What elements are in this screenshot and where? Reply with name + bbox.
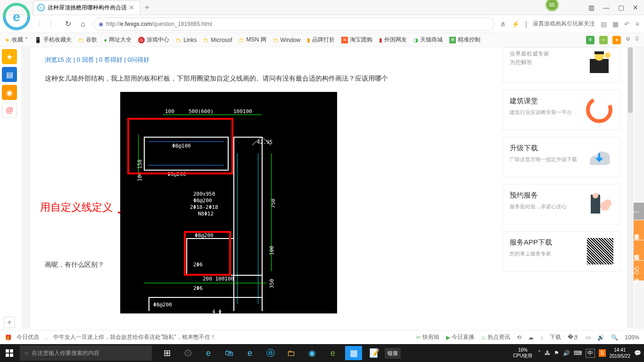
task-view-icon[interactable]: ⊞ (157, 344, 177, 362)
cpu-meter[interactable]: 16%CPU使用 (511, 347, 534, 359)
dock-at-icon[interactable]: @ (2, 103, 17, 118)
ime-indicator[interactable]: 中 (586, 349, 595, 358)
scroll-thumb[interactable] (628, 47, 633, 113)
ext-green-icon[interactable]: ¥ (586, 36, 594, 44)
dock-news-icon[interactable]: ▤ (2, 67, 17, 82)
expand-icon[interactable]: ⟱ (626, 36, 630, 44)
card-expert[interactable]: 业界最权威专家 为您解答 (503, 47, 620, 83)
ext-green2-icon[interactable]: ▪ (599, 36, 608, 44)
share-icon[interactable]: ⋔ (500, 20, 506, 28)
cortana-icon: ○ (25, 350, 28, 356)
bm-precise[interactable]: 精精准控制 (449, 36, 480, 44)
new-tab-button[interactable]: + (140, 3, 154, 12)
close-window-icon[interactable]: ✕ (633, 4, 638, 11)
forward-button[interactable]: 〉 (48, 19, 58, 29)
task-edge-icon[interactable]: e (198, 344, 219, 362)
dock-weibo-icon[interactable]: ◉ (2, 85, 17, 100)
task-360-icon[interactable]: e (322, 344, 343, 362)
i4-icon[interactable]: �き (568, 333, 579, 341)
task-ie-icon[interactable]: e (239, 344, 260, 362)
bm-mobile[interactable]: 📱手机收藏夹 (34, 36, 72, 44)
minimize-icon[interactable]: — (603, 4, 610, 11)
tab-close-icon[interactable]: ✕ (127, 4, 136, 11)
i3-icon[interactable]: ↓ (540, 334, 543, 341)
i2-icon[interactable]: ☁ (528, 334, 534, 341)
bm-window[interactable]: 🗀Window (273, 37, 301, 43)
card-class[interactable]: 建筑课堂建筑行业实训教学第一平台 (503, 90, 620, 130)
notification-icon[interactable]: 💬 (634, 350, 641, 356)
info-zoom: 105% (625, 334, 639, 341)
news-ticker[interactable]: 中年女人一旦迷上你，就会故意给你看这处"隐私"，根本憋不住！ (53, 333, 216, 341)
bm-taobao[interactable]: 淘淘宝团购 (341, 36, 372, 44)
ext2-icon[interactable]: ▦ (612, 20, 619, 28)
card-download[interactable]: 升级下载广联达官方唯一指定升级下载 (503, 137, 620, 177)
bm-brand[interactable]: ▮品牌打折 (307, 36, 335, 44)
highlight-box-top (127, 118, 233, 174)
browser-tab[interactable]: e 这种屋顶挑檐用哪种构件画合适 ✕ (33, 0, 140, 15)
card-app[interactable]: 服务APP下载您的掌上服务专家 (503, 231, 620, 272)
info-hot[interactable]: ♨热点资讯 (481, 333, 510, 341)
dock-star-icon[interactable]: ★ (2, 49, 17, 64)
info-clip[interactable]: ✄快剪辑 (416, 333, 439, 341)
task-link-label[interactable]: 链接 (385, 348, 401, 359)
headline-text[interactable]: 逼真游戏画风引玩家关注 (533, 20, 595, 28)
start-button[interactable] (0, 344, 19, 362)
taskbar-clock[interactable]: 14:412018/5/22 (610, 347, 631, 359)
svg-rect-15 (10, 349, 13, 353)
i5-icon[interactable]: ▭ (586, 334, 591, 341)
folder-icon: 🗀 (273, 37, 279, 43)
back-button[interactable]: 〈 (33, 19, 42, 29)
tray-vol-icon[interactable]: 🔊 (563, 350, 570, 356)
bm-links[interactable]: 🗀Links (176, 37, 197, 43)
bm-foreign[interactable]: ▮外国网友 (379, 36, 407, 44)
task-note-icon[interactable]: 📝 (364, 344, 385, 362)
browser-logo-icon[interactable]: e (2, 2, 31, 31)
red-annotation: 用自定义线定义 (40, 200, 113, 214)
i6-icon[interactable]: 🔊 (597, 334, 604, 341)
phone-icon: 📱 (34, 37, 41, 43)
menu-icon[interactable]: ▥ (588, 4, 594, 11)
ext1-icon[interactable]: ▤ (601, 20, 607, 28)
i1-icon[interactable]: ⟲ (517, 334, 521, 341)
ext-orange-icon[interactable]: ▾ (612, 36, 621, 44)
bm-google[interactable]: 🗀谷歌 (78, 36, 97, 44)
bm-tmall[interactable]: ◑天猫商城 (413, 36, 443, 44)
task-explorer-icon[interactable]: 🗀 (281, 344, 302, 362)
site-icon: ● (104, 37, 107, 43)
menu-bars-icon[interactable]: ≡ (636, 20, 639, 28)
tray-up-icon[interactable]: ˄ (538, 350, 541, 356)
taskbar-search[interactable]: ○在这里输入你要搜索的内容 (20, 346, 152, 361)
task-ie2-icon[interactable]: ⓔ (260, 344, 281, 362)
bm-fav[interactable]: 收藏 (12, 36, 23, 44)
tab-title: 这种屋顶挑檐用哪种构件画合适 (48, 4, 127, 12)
task-store-icon[interactable]: 🛍 (219, 344, 239, 362)
home-button[interactable]: ⌂ (78, 20, 88, 28)
score-badge[interactable]: 65 (545, 0, 559, 12)
taobao-icon: 淘 (341, 37, 348, 43)
info-dl[interactable]: 下载 (550, 333, 561, 341)
task-app2-icon[interactable]: ◉ (302, 344, 322, 362)
tray-net-icon[interactable]: 🖧 (545, 350, 550, 356)
more-icon[interactable]: ⠿ (635, 36, 639, 44)
bm-sites[interactable]: ●网址大全 (104, 36, 132, 44)
speed-icon[interactable]: ⚡ (512, 20, 520, 28)
info-live[interactable]: ▶今日直播 (446, 333, 474, 341)
undo-icon[interactable]: ↶ (624, 20, 630, 28)
task-app3-icon[interactable]: ▦ (345, 346, 362, 360)
info-today[interactable]: 今日优选 (17, 333, 39, 341)
vertical-scrollbar[interactable] (627, 47, 634, 328)
task-app1-icon[interactable]: ۞ (177, 344, 198, 362)
card-service[interactable]: 预约服务服务面对面，承诺心连心 (503, 184, 620, 224)
cad-drawing: 100 500(600) 100100 100 158 Φ8@100 Φ6@20 (120, 92, 337, 313)
zoom-icon[interactable]: 🔍 (611, 334, 618, 341)
ime-s-icon[interactable]: S (599, 349, 605, 357)
bm-msn[interactable]: 🗀MSN 网 (239, 36, 266, 44)
url-input[interactable]: ◉ http://e.fwxgx.com/question_1819865.ht… (93, 17, 495, 31)
bm-ms[interactable]: 🗀Microsof (203, 37, 232, 43)
maximize-icon[interactable]: ▢ (618, 4, 624, 11)
reload-button[interactable]: ↻ (63, 19, 73, 28)
tray-flag-icon[interactable]: ⚑ (554, 350, 559, 356)
add-panel-button[interactable]: + (4, 317, 15, 328)
tray-kb-icon[interactable]: ⌨ (574, 350, 582, 356)
bm-games[interactable]: G游戏中心 (138, 36, 169, 44)
